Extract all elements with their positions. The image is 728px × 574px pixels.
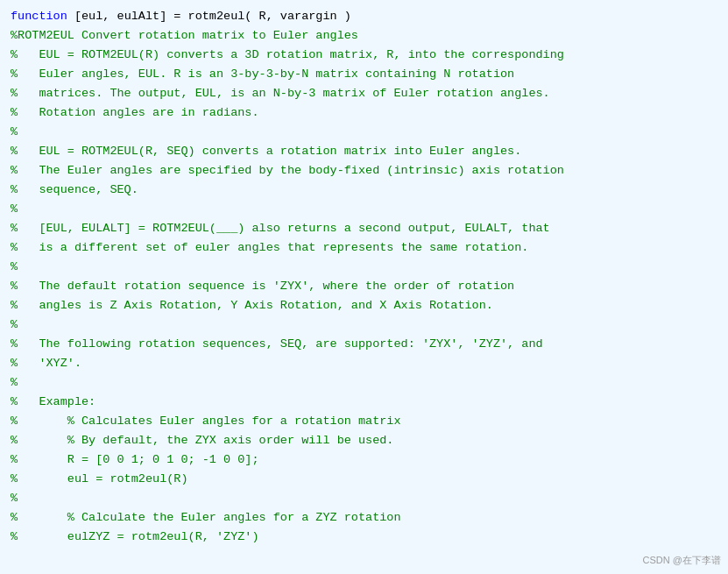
comment-text: % % Calculates Euler angles for a rotati…	[11, 412, 401, 431]
comment-text: % matrices. The output, EUL, is an N-by-…	[11, 84, 550, 103]
comment-text: %ROTM2EUL Convert rotation matrix to Eul…	[11, 26, 358, 46]
code-line-13: % is a different set of euler angles tha…	[11, 238, 717, 258]
comment-text: % % By default, the ZYX axis order will …	[11, 431, 393, 450]
comment-text: % angles is Z Axis Rotation, Y Axis Rota…	[11, 296, 493, 315]
comment-text: % EUL = ROTM2EUL(R, SEQ) converts a rota…	[11, 142, 521, 161]
code-line-2: %ROTM2EUL Convert rotation matrix to Eul…	[11, 26, 717, 46]
comment-text: %	[11, 123, 18, 142]
code-line-10: % sequence, SEQ.	[11, 181, 717, 200]
code-line-27: % % Calculate the Euler angles for a ZYZ…	[11, 508, 717, 528]
code-line-22: % % Calculates Euler angles for a rotati…	[11, 412, 717, 431]
comment-text: %	[11, 200, 18, 219]
comment-text: % The Euler angles are specified by the …	[11, 161, 564, 181]
comment-text: % eulZYZ = rotm2eul(R, 'ZYZ')	[11, 528, 259, 547]
code-line-28: % eulZYZ = rotm2eul(R, 'ZYZ')	[11, 528, 717, 547]
code-line-26: %	[11, 489, 717, 508]
comment-text: % eul = rotm2eul(R)	[11, 470, 188, 489]
comment-text: % 'XYZ'.	[11, 354, 81, 373]
code-line-7: %	[11, 123, 717, 142]
comment-text: %	[11, 489, 18, 508]
code-line-21: % Example:	[11, 393, 717, 412]
code-line-23: % % By default, the ZYX axis order will …	[11, 431, 717, 450]
code-line-5: % matrices. The output, EUL, is an N-by-…	[11, 84, 717, 103]
code-line-15: % The default rotation sequence is 'ZYX'…	[11, 277, 717, 296]
comment-text: % Example:	[11, 393, 95, 412]
code-line-8: % EUL = ROTM2EUL(R, SEQ) converts a rota…	[11, 142, 717, 161]
code-line-17: %	[11, 315, 717, 335]
keyword-function: function	[11, 7, 74, 26]
comment-text: % [EUL, EULALT] = ROTM2EUL(___) also ret…	[11, 219, 550, 238]
code-line-12: % [EUL, EULALT] = ROTM2EUL(___) also ret…	[11, 219, 717, 238]
code-line-1: function [eul, eulAlt] = rotm2eul( R, va…	[11, 7, 717, 26]
code-line-25: % eul = rotm2eul(R)	[11, 470, 717, 489]
code-line-4: % Euler angles, EUL. R is an 3-by-3-by-N…	[11, 65, 717, 84]
code-line-3: % EUL = ROTM2EUL(R) converts a 3D rotati…	[11, 46, 717, 65]
function-signature: [eul, eulAlt] = rotm2eul( R, varargin )	[74, 7, 351, 26]
code-line-11: %	[11, 200, 717, 219]
code-line-18: % The following rotation sequences, SEQ,…	[11, 335, 717, 354]
code-line-24: % R = [0 0 1; 0 1 0; -1 0 0];	[11, 450, 717, 470]
code-line-20: %	[11, 373, 717, 393]
comment-text: %	[11, 373, 18, 393]
code-line-9: % The Euler angles are specified by the …	[11, 161, 717, 181]
code-line-14: %	[11, 258, 717, 277]
comment-text: %	[11, 315, 18, 335]
comment-text: % Rotation angles are in radians.	[11, 103, 259, 123]
comment-text: % sequence, SEQ.	[11, 181, 138, 200]
comment-text: % The default rotation sequence is 'ZYX'…	[11, 277, 514, 296]
code-editor: function [eul, eulAlt] = rotm2eul( R, va…	[0, 0, 728, 574]
comment-text: % % Calculate the Euler angles for a ZYZ…	[11, 508, 401, 528]
code-line-6: % Rotation angles are in radians.	[11, 103, 717, 123]
code-line-19: % 'XYZ'.	[11, 354, 717, 373]
comment-text: %	[11, 258, 18, 277]
comment-text: % Euler angles, EUL. R is an 3-by-3-by-N…	[11, 65, 514, 84]
comment-text: % EUL = ROTM2EUL(R) converts a 3D rotati…	[11, 46, 564, 65]
comment-text: % The following rotation sequences, SEQ,…	[11, 335, 543, 354]
comment-text: % R = [0 0 1; 0 1 0; -1 0 0];	[11, 450, 259, 470]
watermark: CSDN @在下李谱	[643, 554, 721, 567]
code-line-16: % angles is Z Axis Rotation, Y Axis Rota…	[11, 296, 717, 315]
comment-text: % is a different set of euler angles tha…	[11, 238, 528, 258]
